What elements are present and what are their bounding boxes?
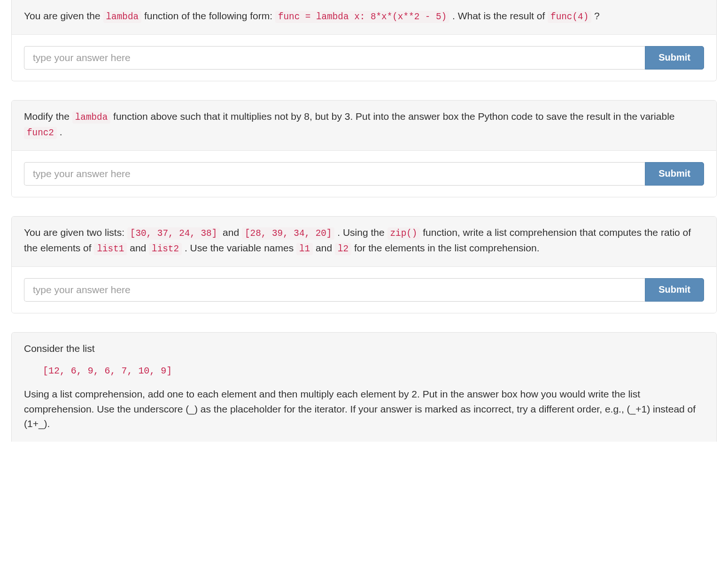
prompt-text: Modify the lambda function above such th… [24,109,704,140]
inline-code: list2 [149,243,182,255]
prompt-body: Using a list comprehension, add one to e… [24,387,704,431]
inline-code: l2 [335,243,351,255]
inline-code: lambda [72,111,111,124]
submit-button[interactable]: Submit [645,278,704,302]
prompt-intro: Consider the list [24,341,704,356]
code-block: [12, 6, 9, 6, 7, 10, 9] [24,361,704,381]
inline-code: func2 [24,127,57,139]
submit-button[interactable]: Submit [645,162,704,186]
inline-code: list1 [94,243,127,255]
inline-code: zip() [387,227,420,240]
question-card: You are given two lists: [30, 37, 24, 38… [11,216,717,313]
answer-input[interactable] [24,46,645,70]
inline-code: l1 [296,243,313,255]
answer-input[interactable] [24,162,645,186]
inline-code: lambda [103,11,142,23]
prompt-text: You are given two lists: [30, 37, 24, 38… [24,225,704,256]
answer-input[interactable] [24,278,645,302]
question-prompt: Consider the list [12, 6, 9, 6, 7, 10, 9… [12,333,716,442]
question-card: Consider the list [12, 6, 9, 6, 7, 10, 9… [11,332,717,442]
inline-code: [28, 39, 34, 20] [242,227,334,240]
question-prompt: You are given two lists: [30, 37, 24, 38… [12,217,716,267]
question-card: Modify the lambda function above such th… [11,100,717,197]
question-prompt: Modify the lambda function above such th… [12,101,716,151]
answer-area: Submit [12,267,716,313]
question-card: You are given the lambda function of the… [11,0,717,81]
prompt-text: You are given the lambda function of the… [24,8,704,24]
inline-code: func = lambda x: 8*x*(x**2 - 5) [275,11,449,23]
answer-area: Submit [12,35,716,81]
submit-button[interactable]: Submit [645,46,704,70]
inline-code: func(4) [548,11,591,23]
question-prompt: You are given the lambda function of the… [12,0,716,35]
inline-code: [30, 37, 24, 38] [127,227,220,240]
answer-area: Submit [12,151,716,197]
